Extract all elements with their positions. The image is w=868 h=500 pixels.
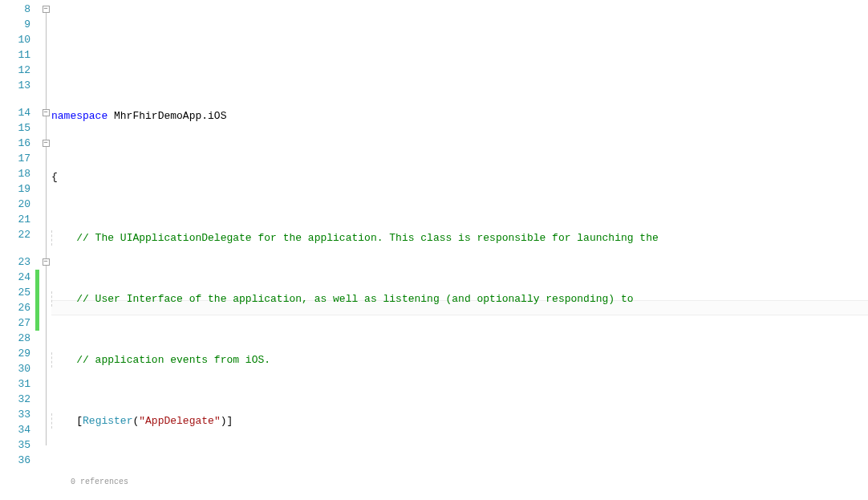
fold-toggle-icon[interactable]: − xyxy=(43,109,50,116)
brace: { xyxy=(51,171,58,183)
comment: // application events from iOS. xyxy=(76,354,270,366)
punct: )] xyxy=(221,415,233,427)
change-mark xyxy=(35,270,39,331)
line-number-gutter: 8 9 10 11 12 13 14 15 16 17 18 19 20 21 … xyxy=(0,0,35,500)
line-number: 11 xyxy=(0,47,30,63)
code-line[interactable]: { xyxy=(51,169,868,185)
code-line[interactable]: namespace MhrFhirDemoApp.iOS xyxy=(51,108,868,124)
line-number: 14 xyxy=(0,105,30,120)
line-number: 15 xyxy=(0,120,30,136)
line-number: 22 xyxy=(0,227,30,242)
code-editor[interactable]: 8 9 10 11 12 13 14 15 16 17 18 19 20 21 … xyxy=(0,0,868,500)
code-area[interactable]: namespace MhrFhirDemoApp.iOS { // The UI… xyxy=(51,0,868,500)
line-number: 32 xyxy=(0,392,30,407)
line-number: 10 xyxy=(0,32,30,47)
string: "AppDelegate" xyxy=(139,415,220,427)
line-number: 30 xyxy=(0,361,30,376)
line-number: 23 xyxy=(0,254,30,270)
line-number: 35 xyxy=(0,437,30,453)
fold-toggle-icon[interactable]: − xyxy=(43,140,50,147)
line-number: 25 xyxy=(0,285,30,300)
line-number: 16 xyxy=(0,136,30,151)
keyword: namespace xyxy=(51,110,107,122)
line-number: 26 xyxy=(0,300,30,315)
line-number: 19 xyxy=(0,181,30,197)
identifier: MhrFhirDemoApp.iOS xyxy=(107,110,226,122)
codelens-references[interactable]: 0 references xyxy=(51,474,868,486)
code-line[interactable]: // application events from iOS. xyxy=(51,352,868,368)
line-number: 24 xyxy=(0,270,30,285)
code-line[interactable]: [Register("AppDelegate")] xyxy=(51,413,868,429)
code-line[interactable]: // User Interface of the application, as… xyxy=(51,291,868,307)
comment: // The UIApplicationDelegate for the app… xyxy=(76,232,664,244)
code-line[interactable]: // The UIApplicationDelegate for the app… xyxy=(51,230,868,246)
fold-gutter: − − − − xyxy=(40,0,51,500)
line-number: 20 xyxy=(0,197,30,212)
line-number: 13 xyxy=(0,78,30,93)
line-number: 29 xyxy=(0,346,30,361)
line-number: 8 xyxy=(0,2,30,17)
line-number: 36 xyxy=(0,453,30,468)
comment: // User Interface of the application, as… xyxy=(76,293,639,305)
fold-toggle-icon[interactable]: − xyxy=(43,258,50,266)
type: Register xyxy=(83,415,132,427)
fold-toggle-icon[interactable]: − xyxy=(43,6,50,13)
line-number: 21 xyxy=(0,212,30,227)
line-number: 17 xyxy=(0,151,30,166)
line-number: 33 xyxy=(0,407,30,422)
line-number: 27 xyxy=(0,315,30,331)
line-number: 34 xyxy=(0,422,30,437)
line-number: 9 xyxy=(0,17,30,32)
line-number: 31 xyxy=(0,376,30,392)
line-number: 12 xyxy=(0,63,30,78)
line-number: 18 xyxy=(0,166,30,181)
punct: [ xyxy=(76,415,83,427)
line-number: 28 xyxy=(0,331,30,346)
